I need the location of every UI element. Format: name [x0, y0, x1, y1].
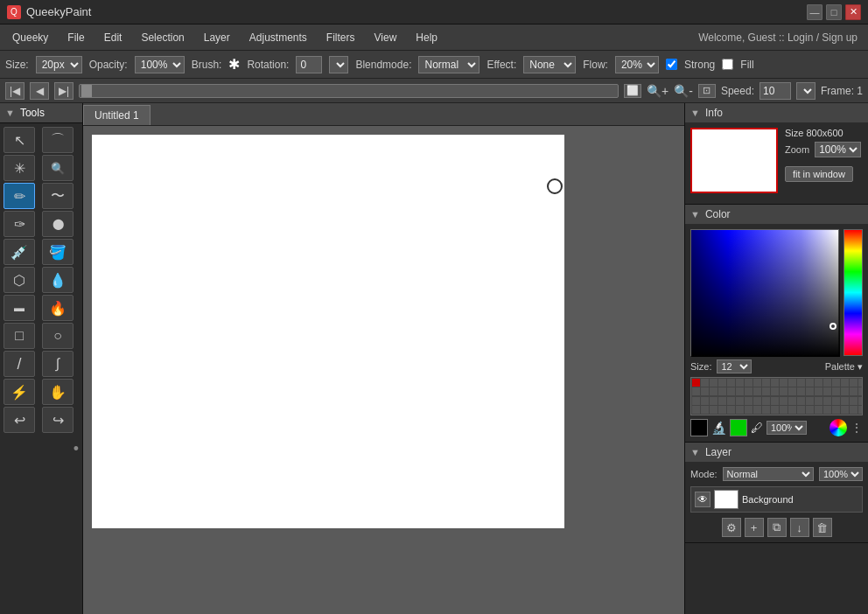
palette-cell-41[interactable]	[701, 397, 709, 405]
palette-cell-43[interactable]	[718, 397, 726, 405]
palette-cell-64[interactable]	[727, 406, 735, 414]
palette-cell-44[interactable]	[727, 397, 735, 405]
menu-item-view[interactable]: View	[366, 28, 406, 47]
palette-cell-1[interactable]	[701, 379, 709, 387]
palette-cell-67[interactable]	[753, 406, 761, 414]
zoom-tool[interactable]: 🔍	[42, 155, 74, 181]
palette-cell-73[interactable]	[806, 406, 814, 414]
palette-cell-28[interactable]	[762, 387, 770, 395]
palette-cell-30[interactable]	[780, 387, 788, 395]
palette-cell-26[interactable]	[745, 387, 752, 395]
palette-cell-57[interactable]	[841, 397, 849, 405]
palette-cell-32[interactable]	[797, 387, 805, 395]
palette-cell-70[interactable]	[780, 406, 788, 414]
layer-visibility-button[interactable]: 👁	[695, 492, 710, 507]
palette-cell-10[interactable]	[780, 379, 788, 387]
color-header[interactable]: ▼ Color	[685, 205, 868, 224]
palette-cell-17[interactable]	[841, 379, 849, 387]
prev-frame-start[interactable]: |◀	[5, 82, 24, 100]
palette-cell-40[interactable]	[692, 397, 700, 405]
pencil-tool[interactable]: ✑	[4, 211, 35, 237]
zoom-icon[interactable]: ⊡	[698, 84, 716, 98]
palette-cell-53[interactable]	[806, 397, 814, 405]
palette-cell-38[interactable]	[850, 387, 858, 395]
palette-cell-20[interactable]	[692, 387, 700, 395]
palette-cell-39[interactable]	[858, 387, 863, 395]
color-size-select[interactable]: 12 8 10 14	[717, 359, 752, 373]
palette-cell-60[interactable]	[692, 406, 700, 414]
palette-cell-0[interactable]	[692, 379, 700, 387]
palette-cell-25[interactable]	[736, 387, 744, 395]
palette-cell-50[interactable]	[780, 397, 788, 405]
ellipse-tool[interactable]: ○	[42, 323, 74, 349]
palette-cell-75[interactable]	[823, 406, 831, 414]
canvas-surface[interactable]	[92, 135, 564, 528]
palette-cell-18[interactable]	[850, 379, 858, 387]
palette-cell-9[interactable]	[771, 379, 779, 387]
palette-cell-51[interactable]	[788, 397, 796, 405]
palette-cell-29[interactable]	[771, 387, 779, 395]
fit-in-window-button[interactable]: fit in window	[785, 166, 853, 182]
burn-tool[interactable]: 🔥	[42, 295, 74, 321]
info-header[interactable]: ▼ Info	[685, 103, 868, 122]
water-tool[interactable]: 💧	[42, 267, 74, 293]
timeline-thumb[interactable]	[81, 85, 92, 97]
undo-tool[interactable]: ↩	[4, 407, 35, 433]
eyedropper2-icon[interactable]: 🖋	[751, 421, 763, 435]
menu-item-edit[interactable]: Edit	[95, 28, 131, 47]
palette-cell-42[interactable]	[710, 397, 718, 405]
palette-cell-47[interactable]	[753, 397, 761, 405]
palette-cell-74[interactable]	[815, 406, 822, 414]
palette-cell-62[interactable]	[710, 406, 718, 414]
color-picker-area[interactable]	[690, 229, 863, 356]
palette-cell-55[interactable]	[823, 397, 831, 405]
palette-cell-63[interactable]	[718, 406, 726, 414]
palette-cell-35[interactable]	[823, 387, 831, 395]
polygon-tool[interactable]: ⬡	[4, 267, 35, 293]
layer-item[interactable]: 👁 Background	[690, 486, 863, 513]
speed-input[interactable]	[760, 82, 791, 100]
palette-cell-69[interactable]	[771, 406, 779, 414]
palette-cell-78[interactable]	[850, 406, 858, 414]
curve-tool[interactable]: ∫	[42, 351, 74, 377]
close-button[interactable]: ✕	[845, 4, 861, 20]
palette-cell-11[interactable]	[788, 379, 796, 387]
palette-cell-31[interactable]	[788, 387, 796, 395]
foreground-color[interactable]	[690, 419, 708, 436]
layer-settings-button[interactable]: ⚙	[722, 518, 741, 537]
canvas-fit-icon[interactable]: ⬜	[624, 84, 641, 98]
layer-delete-button[interactable]: 🗑	[813, 518, 832, 537]
smudge-tool[interactable]: 〜	[42, 183, 74, 209]
maximize-button[interactable]: □	[826, 4, 842, 20]
strong-checkbox[interactable]	[666, 59, 677, 70]
lasso-tool[interactable]: ⌒	[42, 127, 74, 153]
palette-cell-59[interactable]	[858, 397, 863, 405]
palette-cell-16[interactable]	[832, 379, 840, 387]
palette-cell-13[interactable]	[806, 379, 814, 387]
palette-cell-45[interactable]	[736, 397, 744, 405]
menu-item-file[interactable]: File	[59, 28, 93, 47]
hand-tool[interactable]: ✋	[42, 379, 74, 405]
line-tool[interactable]: /	[4, 351, 35, 377]
toolbox-more[interactable]: •	[0, 436, 82, 462]
zoom-in-icon[interactable]: 🔍+	[647, 84, 668, 98]
rotation-unit[interactable]: °	[329, 56, 348, 73]
palette-cell-21[interactable]	[701, 387, 709, 395]
palette-cell-3[interactable]	[718, 379, 726, 387]
minimize-button[interactable]: —	[807, 4, 822, 20]
palette-grid[interactable]	[690, 377, 863, 415]
paint-bucket-tool[interactable]: ⬤	[42, 211, 74, 237]
fill-tool[interactable]: 🪣	[42, 239, 74, 265]
layer-merge-button[interactable]: ↓	[790, 518, 809, 537]
palette-cell-34[interactable]	[815, 387, 822, 395]
color-options-icon[interactable]: ⋮	[850, 421, 863, 435]
size-select[interactable]: 20px	[36, 56, 82, 73]
menu-item-queeky[interactable]: Queeky	[4, 28, 57, 47]
layer-add-button[interactable]: +	[745, 518, 764, 537]
select-tool[interactable]: ↖	[4, 127, 35, 153]
zoom-select[interactable]: 100% 50% 150% 200%	[815, 142, 861, 157]
zoom-out-icon[interactable]: 🔍-	[674, 84, 693, 98]
palette-cell-22[interactable]	[710, 387, 718, 395]
palette-cell-72[interactable]	[797, 406, 805, 414]
palette-cell-46[interactable]	[745, 397, 752, 405]
